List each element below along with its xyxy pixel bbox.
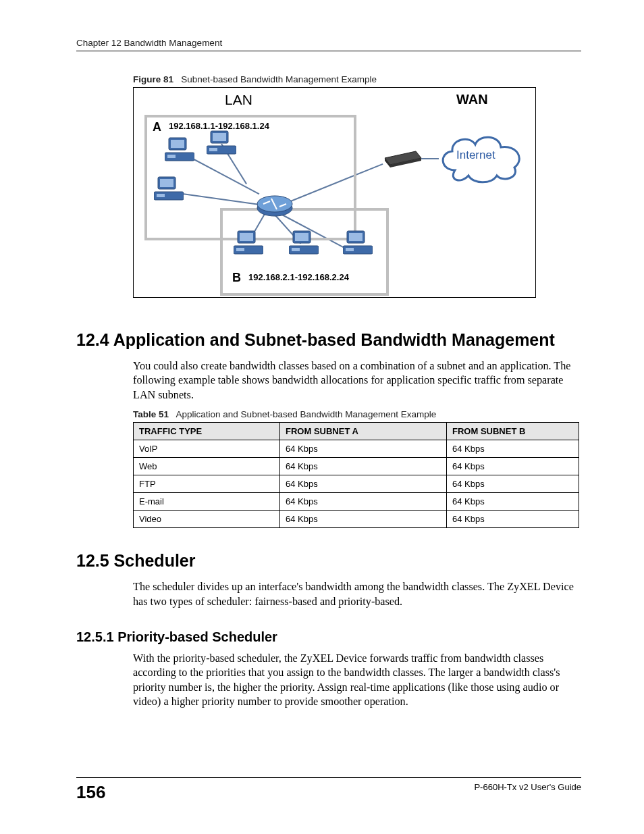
section-12-4-heading: 12.4 Application and Subnet-based Bandwi… [76, 330, 581, 350]
pc-icon [234, 230, 263, 257]
figure-caption: Figure 81 Subnet-based Bandwidth Managem… [133, 74, 581, 84]
cell: Video [134, 511, 280, 528]
modem-icon [382, 150, 423, 169]
svg-rect-15 [236, 248, 244, 251]
cell: 64 Kbps [280, 511, 447, 528]
cell: VoIP [134, 440, 280, 458]
cell: E-mail [134, 493, 280, 511]
pc-icon [165, 136, 194, 163]
section-12-5-paragraph: The scheduler divides up an interface's … [133, 580, 581, 609]
col-traffic-type: TRAFFIC TYPE [134, 423, 280, 440]
bandwidth-table: TRAFFIC TYPE FROM SUBNET A FROM SUBNET B… [133, 422, 579, 528]
col-from-subnet-b: FROM SUBNET B [447, 423, 579, 440]
subnet-b-letter: B [232, 271, 241, 285]
table-row: Video 64 Kbps 64 Kbps [134, 511, 579, 528]
wan-label: WAN [456, 92, 488, 107]
figure-label: Figure 81 [133, 74, 173, 84]
page-footer: 156 P-660H-Tx v2 User's Guide [76, 777, 581, 803]
cell: 64 Kbps [280, 475, 447, 493]
page-number: 156 [76, 782, 105, 803]
network-diagram: LAN WAN A 192.168.1.1-192.168.1.24 B 192… [133, 87, 536, 298]
table-caption: Table 51 Application and Subnet-based Ba… [133, 409, 581, 419]
cell: 64 Kbps [447, 511, 579, 528]
cell: Web [134, 458, 280, 475]
cell: 64 Kbps [280, 493, 447, 511]
svg-rect-5 [213, 133, 226, 141]
svg-rect-1 [171, 140, 184, 148]
svg-rect-21 [349, 233, 363, 241]
cell: 64 Kbps [280, 440, 447, 458]
pc-icon [343, 230, 373, 257]
svg-rect-13 [240, 233, 253, 241]
svg-rect-23 [346, 248, 354, 251]
svg-rect-3 [167, 155, 176, 158]
svg-rect-7 [209, 148, 217, 151]
subnet-a-letter: A [153, 120, 161, 134]
svg-rect-19 [292, 248, 300, 251]
table-row: E-mail 64 Kbps 64 Kbps [134, 493, 579, 511]
section-12-5-1-paragraph: With the priority-based scheduler, the Z… [133, 652, 581, 710]
guide-name: P-660H-Tx v2 User's Guide [474, 782, 581, 792]
lan-label: LAN [225, 92, 252, 108]
section-12-5-1-heading: 12.5.1 Priority-based Scheduler [76, 629, 581, 645]
router-icon [257, 189, 293, 217]
cell: 64 Kbps [447, 458, 579, 475]
figure-caption-text: Subnet-based Bandwidth Management Exampl… [181, 74, 377, 84]
cell: 64 Kbps [447, 440, 579, 458]
table-row: VoIP 64 Kbps 64 Kbps [134, 440, 579, 458]
pc-icon [289, 230, 319, 257]
section-12-4-paragraph: You could also create bandwidth classes … [133, 359, 581, 402]
svg-rect-17 [295, 233, 308, 241]
col-from-subnet-a: FROM SUBNET A [280, 423, 447, 440]
pc-icon [154, 176, 184, 203]
table-header-row: TRAFFIC TYPE FROM SUBNET A FROM SUBNET B [134, 423, 579, 440]
table-label: Table 51 [133, 409, 169, 419]
table-row: Web 64 Kbps 64 Kbps [134, 458, 579, 475]
cell: 64 Kbps [280, 458, 447, 475]
chapter-header: Chapter 12 Bandwidth Management [76, 38, 581, 51]
cell: 64 Kbps [447, 475, 579, 493]
table-caption-text: Application and Subnet-based Bandwidth M… [176, 409, 437, 419]
subnet-b-range: 192.168.2.1-192.168.2.24 [248, 272, 349, 282]
cell: 64 Kbps [447, 493, 579, 511]
svg-rect-9 [160, 179, 173, 187]
table-row: FTP 64 Kbps 64 Kbps [134, 475, 579, 493]
cell: FTP [134, 475, 280, 493]
pc-icon [207, 130, 236, 157]
internet-label: Internet [456, 149, 495, 162]
svg-rect-11 [157, 194, 165, 197]
section-12-5-heading: 12.5 Scheduler [76, 551, 581, 571]
